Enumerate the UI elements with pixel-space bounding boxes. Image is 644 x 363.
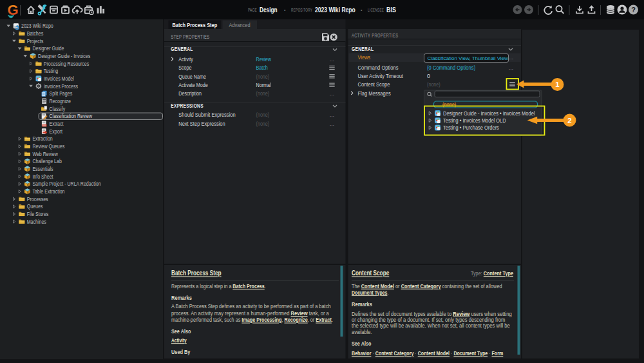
svg-text:(none): (none) [256, 112, 270, 118]
svg-text:Advanced: Advanced [229, 21, 251, 28]
svg-text:...: ... [330, 112, 335, 118]
svg-text:0: 0 [427, 73, 430, 79]
svg-text:Type: Content Type: Type: Content Type [471, 270, 513, 277]
svg-text:Classification Review: Classification Review [50, 113, 93, 120]
svg-text:Info Sheet: Info Sheet [32, 173, 53, 180]
svg-text:Document Types.: Document Types. [352, 289, 388, 296]
svg-text:(0 Command Options): (0 Command Options) [427, 64, 475, 71]
svg-text:File Stores: File Stores [27, 211, 49, 217]
svg-text:Flag Messages: Flag Messages [358, 90, 391, 97]
svg-text:GENERAL: GENERAL [171, 46, 193, 52]
svg-text:Split Pages: Split Pages [50, 91, 73, 97]
svg-text:Description: Description [178, 91, 202, 97]
svg-text:Command Options: Command Options [358, 64, 399, 71]
svg-text:ACTIVITY PROPERTIES: ACTIVITY PROPERTIES [352, 32, 398, 38]
svg-text:LICENSEE: LICENSEE [368, 8, 384, 12]
svg-text:(none): (none) [442, 102, 457, 108]
svg-text:...: ... [330, 56, 335, 63]
svg-text:G: G [8, 2, 19, 18]
svg-text:Machines: Machines [27, 219, 46, 225]
svg-text:Essentials: Essentials [32, 166, 53, 172]
svg-text:Invoices Process: Invoices Process [44, 83, 78, 90]
svg-text:Processing Resources: Processing Resources [44, 61, 90, 67]
svg-text:2: 2 [567, 117, 571, 124]
svg-text:The Content Model or Content C: The Content Model or Content Category co… [352, 282, 502, 289]
svg-text:process. An activity may repre: process. An activity may represent a hum… [171, 309, 329, 317]
svg-text:...: ... [330, 121, 335, 127]
svg-text:Content Scope: Content Scope [358, 81, 390, 88]
svg-text:Normal: Normal [256, 82, 271, 88]
svg-text:Activity: Activity [171, 337, 187, 344]
svg-text:Designer Guide: Designer Guide [32, 46, 64, 52]
svg-text:Activity: Activity [178, 56, 194, 63]
svg-text:Content Scope: Content Scope [352, 269, 389, 277]
svg-text:PAGE: PAGE [248, 8, 257, 12]
svg-text:(none): (none) [427, 82, 440, 88]
svg-text:Queues: Queues [27, 204, 43, 210]
svg-text:(none): (none) [256, 91, 270, 97]
svg-text:Batch Process Step: Batch Process Step [171, 269, 222, 277]
svg-text:Challenge Lab: Challenge Lab [32, 159, 62, 165]
svg-text:Design: Design [260, 6, 278, 14]
svg-text:Views: Views [358, 55, 371, 61]
svg-text:1: 1 [555, 81, 560, 88]
svg-text:2023 Wiki Repo: 2023 Wiki Repo [315, 6, 355, 14]
svg-text:(none): (none) [256, 121, 270, 127]
svg-text:Queue Name: Queue Name [178, 74, 206, 80]
svg-text:GENERAL: GENERAL [352, 46, 374, 52]
svg-text:Remarks: Remarks [171, 294, 192, 301]
svg-text:Testing: Testing [44, 68, 58, 75]
svg-text:User Activity Timeout: User Activity Timeout [358, 72, 404, 79]
svg-text:See Also: See Also [171, 327, 191, 334]
svg-text:Projects: Projects [27, 38, 44, 44]
svg-text:?: ? [631, 6, 636, 14]
svg-text:Batch: Batch [256, 64, 268, 71]
svg-text:...: ... [509, 64, 514, 71]
svg-text:REPOSITORY: REPOSITORY [291, 8, 312, 12]
svg-text:Batches: Batches [27, 30, 44, 37]
svg-text:machine-performed task, such a: machine-performed task, such as Image Pr… [171, 316, 333, 323]
svg-text:A Batch Process Step defines a: A Batch Process Step defines an activity… [171, 303, 331, 310]
svg-text:Extraction: Extraction [32, 136, 52, 142]
svg-text:...: ... [330, 90, 335, 97]
svg-text:Review: Review [256, 56, 272, 63]
svg-text:2023 Wiki Repo: 2023 Wiki Repo [21, 23, 53, 30]
svg-text:Testing • Invoices Model OLD: Testing • Invoices Model OLD [443, 117, 506, 124]
svg-text:See Also: See Also [352, 340, 371, 347]
svg-text:Batch Process Step: Batch Process Step [173, 21, 218, 28]
svg-text:Scope: Scope [178, 64, 192, 71]
svg-text:the selected type will be avai: the selected type will be available. Whe… [352, 322, 510, 329]
svg-text:Used By: Used By [171, 348, 191, 355]
svg-text:Invoices Model: Invoices Model [44, 75, 74, 82]
svg-text:Testing • Purchase Orders: Testing • Purchase Orders [443, 125, 499, 132]
svg-text:Review Queues: Review Queues [32, 143, 64, 150]
svg-text:Should Submit Expression: Should Submit Expression [178, 111, 236, 118]
svg-text:EXPRESSIONS: EXPRESSIONS [171, 103, 204, 109]
svg-text:Represents a logical step in a: Represents a logical step in a Batch Pro… [171, 282, 266, 289]
svg-text:Classification View, Thumbnail: Classification View, Thumbnail View [428, 55, 508, 61]
svg-text:available.: available. [352, 328, 372, 335]
svg-text:Classify: Classify [50, 106, 66, 112]
svg-text:Processes: Processes [27, 196, 48, 202]
svg-text:Next Step Expression: Next Step Expression [178, 120, 225, 127]
svg-text:Sample Project - URLA Redactio: Sample Project - URLA Redaction [32, 181, 100, 188]
svg-text:Behavior · Content Category ·: Behavior · Content Category · Content Mo… [352, 349, 503, 357]
svg-text:STEP PROPERTIES: STEP PROPERTIES [171, 34, 210, 40]
svg-text:Extract: Extract [50, 121, 64, 127]
svg-text:Table Extraction: Table Extraction [32, 188, 64, 195]
svg-text:Designer Guide - Invoices • In: Designer Guide - Invoices • Invoices Mod… [443, 110, 535, 117]
svg-text:Recognize: Recognize [50, 98, 71, 104]
svg-text:Designer Guide - Invoices: Designer Guide - Invoices [38, 53, 90, 59]
svg-text:Export: Export [50, 128, 63, 135]
svg-text:(none): (none) [256, 74, 270, 80]
svg-text:Web Review: Web Review [32, 151, 58, 157]
svg-text:Activate Mode: Activate Mode [178, 82, 208, 88]
svg-text:...: ... [509, 54, 514, 61]
svg-text:Remarks: Remarks [352, 300, 372, 308]
svg-text:BIS: BIS [386, 6, 396, 14]
